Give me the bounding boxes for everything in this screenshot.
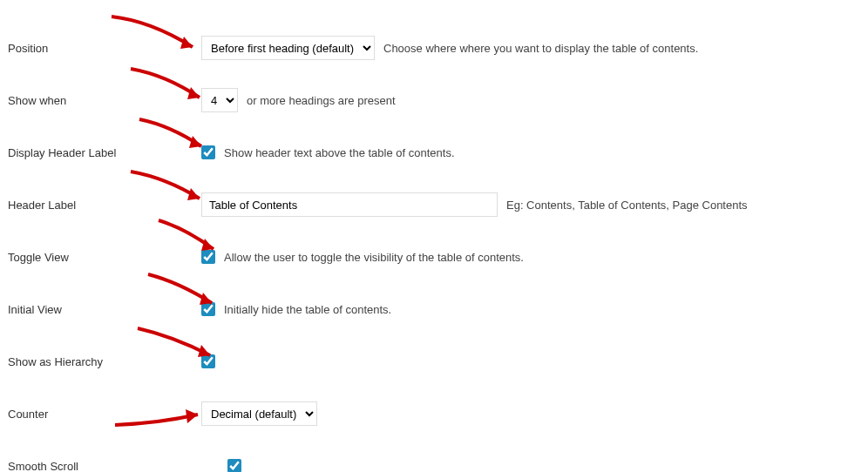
initial-view-checkbox[interactable]	[201, 302, 215, 316]
display-header-label-label: Display Header Label	[4, 146, 201, 159]
initial-view-label: Initial View	[4, 303, 201, 316]
header-label-input[interactable]	[201, 192, 498, 217]
counter-label: Counter	[4, 408, 201, 421]
toggle-view-checkbox[interactable]	[201, 250, 215, 264]
header-label-label: Header Label	[4, 199, 201, 212]
display-header-label-checkbox[interactable]	[201, 145, 215, 159]
header-label-description: Eg: Contents, Table of Contents, Page Co…	[506, 199, 748, 212]
initial-view-description: Initially hide the table of contents.	[224, 303, 391, 316]
position-select[interactable]: Before first heading (default)	[201, 36, 375, 60]
smooth-scroll-label: Smooth Scroll	[4, 460, 201, 473]
toggle-view-description: Allow the user to toggle the visibility …	[224, 251, 524, 264]
position-label: Position	[4, 42, 201, 55]
smooth-scroll-checkbox[interactable]	[227, 459, 241, 472]
display-header-label-description: Show header text above the table of cont…	[224, 146, 455, 159]
show-when-description: or more headings are present	[247, 94, 396, 107]
toggle-view-label: Toggle View	[4, 251, 201, 264]
position-description: Choose where where you want to display t…	[383, 42, 698, 55]
show-hierarchy-checkbox[interactable]	[201, 354, 215, 368]
show-when-label: Show when	[4, 94, 201, 107]
show-hierarchy-label: Show as Hierarchy	[4, 355, 201, 368]
show-when-select[interactable]: 4	[201, 88, 238, 112]
counter-select[interactable]: Decimal (default)	[201, 401, 317, 426]
